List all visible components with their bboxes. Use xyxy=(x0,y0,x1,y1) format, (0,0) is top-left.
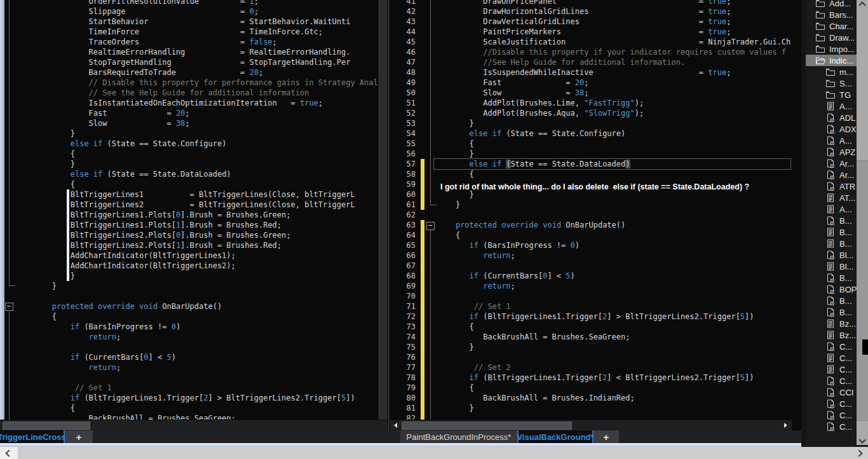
line-number: 69 xyxy=(391,281,419,291)
tree-item-label: AT... xyxy=(839,193,855,203)
code-line: RealtimeErrorHandling = RealtimeErrorHan… xyxy=(15,47,378,57)
chevron-right-icon xyxy=(855,449,862,456)
tree-item-label: ATR xyxy=(839,182,855,191)
sidebar-scroll-down-button[interactable] xyxy=(857,435,868,445)
code-line: BltTriggerLines2.Plots[1].Brush = Brushe… xyxy=(15,240,378,250)
window-scroll-right-button[interactable] xyxy=(850,447,868,459)
chevron-down-icon xyxy=(858,436,865,443)
document-icon xyxy=(825,102,836,111)
modified-line-bar xyxy=(421,159,424,169)
code-line xyxy=(15,373,378,383)
line-number: 44 xyxy=(391,27,419,37)
line-number: 54 xyxy=(391,128,419,139)
tree-item-label: B... xyxy=(839,239,852,249)
line-number: 81 xyxy=(391,403,419,413)
code-line: BackBrushAll = Brushes.IndianRed; xyxy=(437,393,790,403)
tree-item-label: A... xyxy=(839,205,852,214)
tree-item-label: Ar... xyxy=(839,170,854,180)
code-line: if (BarsInProgress != 0) xyxy=(437,240,790,250)
code-editor-right-pane[interactable]: 4142434445464748495051525354555657585960… xyxy=(390,0,792,420)
code-line: //Disable this property if your indicato… xyxy=(437,47,790,57)
folder-icon xyxy=(815,45,825,53)
code-line: BltTriggerLines1.Plots[0].Brush = Brushe… xyxy=(15,210,378,220)
code-line: return; xyxy=(15,362,378,373)
modified-line-bar xyxy=(421,332,424,342)
modified-line-bar xyxy=(421,383,424,393)
left-hscroll-thumb[interactable] xyxy=(3,421,90,430)
sidebar-scroll-up-button[interactable] xyxy=(857,0,868,10)
code-line xyxy=(437,291,790,301)
tree-item-label: C... xyxy=(839,399,852,409)
left-vertical-scrollbar[interactable] xyxy=(378,0,387,420)
line-number: 75 xyxy=(391,342,419,352)
code-line: StopTargetHandling = StopTargetHandling.… xyxy=(15,57,378,67)
tree-item-label: Add... xyxy=(829,0,851,8)
modified-lines-gutter xyxy=(421,0,424,420)
unmodified-line-bar xyxy=(421,108,424,118)
modified-line-bar xyxy=(421,403,424,413)
new-tab-button[interactable]: + xyxy=(593,430,619,443)
tree-item-label: Ar... xyxy=(839,159,854,168)
code-line: Slippage = 0; xyxy=(15,6,378,17)
folder-icon xyxy=(825,90,836,99)
right-horizontal-scrollbar[interactable] xyxy=(390,420,792,431)
locked-file-icon xyxy=(825,388,836,397)
code-line: TraceOrders = false; xyxy=(15,37,378,47)
tab-triggerlinecross[interactable]: TriggerLineCross xyxy=(0,430,65,443)
code-line: else if (State == State.DataLoaded) xyxy=(15,169,378,179)
code-line: return; xyxy=(437,250,790,261)
modified-line-bar xyxy=(421,189,424,200)
locked-file-icon xyxy=(825,182,836,191)
document-icon xyxy=(825,205,836,214)
code-line: BltTriggerLines1 = BltTriggerLines(Close… xyxy=(15,189,378,200)
line-number: 66 xyxy=(391,250,419,261)
tree-item-label: A... xyxy=(839,136,852,146)
unmodified-line-bar xyxy=(421,27,424,37)
mouse-cursor xyxy=(862,339,868,355)
modified-line-bar xyxy=(421,373,424,383)
code-line: IsInstantiatedOnEachOptimizationIteratio… xyxy=(15,98,378,108)
window-horizontal-scrollbar[interactable] xyxy=(0,447,868,459)
modified-line-bar xyxy=(421,322,424,332)
code-line: { xyxy=(15,179,378,189)
sidebar-vertical-scrollbar[interactable] xyxy=(857,0,868,445)
tab-paintbackgroundinprocess-[interactable]: PaintBackGroundInProcess* xyxy=(400,430,517,443)
sidebar-scroll-thumb[interactable] xyxy=(857,160,868,421)
code-line xyxy=(15,291,378,301)
scroll-right-button[interactable] xyxy=(782,421,790,429)
line-number: 45 xyxy=(391,37,419,47)
document-icon xyxy=(825,353,836,362)
code-line: Slow = 38; xyxy=(437,88,790,98)
tree-item-label: C... xyxy=(839,365,852,374)
unmodified-line-bar xyxy=(421,47,424,57)
code-line: } xyxy=(437,200,790,210)
tree-item-label: TG xyxy=(839,90,851,100)
locked-file-icon xyxy=(825,308,836,317)
tree-item-label: B... xyxy=(839,228,852,237)
chevron-up-icon xyxy=(858,1,865,8)
unmodified-line-bar xyxy=(421,118,424,128)
locked-file-icon xyxy=(825,125,836,134)
tree-item-label: Draw... xyxy=(829,33,855,43)
modified-line-bar xyxy=(421,342,424,352)
code-editor-left-pane[interactable]: OrderFillResolutionValue = 1; Slippage =… xyxy=(0,0,387,420)
fold-collapse-icon[interactable] xyxy=(5,303,13,311)
document-icon xyxy=(825,365,836,374)
scroll-left-button[interactable] xyxy=(391,421,400,429)
tab-visualbackground-[interactable]: VisualBackGround* xyxy=(517,430,593,443)
code-line: AddPlot(Brushes.Aqua, "SlowTrigg"); xyxy=(437,108,790,118)
fold-collapse-icon[interactable] xyxy=(426,222,435,230)
line-number: 74 xyxy=(391,332,419,342)
modified-line-bar xyxy=(421,240,424,250)
line-number: 48 xyxy=(391,67,419,78)
modified-line-bar xyxy=(421,169,424,179)
line-number: 67 xyxy=(391,261,419,271)
left-horizontal-scrollbar[interactable] xyxy=(0,420,387,431)
document-icon xyxy=(825,193,836,202)
window-scroll-left-button[interactable] xyxy=(0,447,18,459)
line-number: 43 xyxy=(391,17,419,27)
line-number: 73 xyxy=(391,322,419,332)
locked-file-icon xyxy=(825,113,836,122)
right-hscroll-thumb[interactable] xyxy=(402,421,572,430)
new-tab-button[interactable]: + xyxy=(65,430,93,443)
